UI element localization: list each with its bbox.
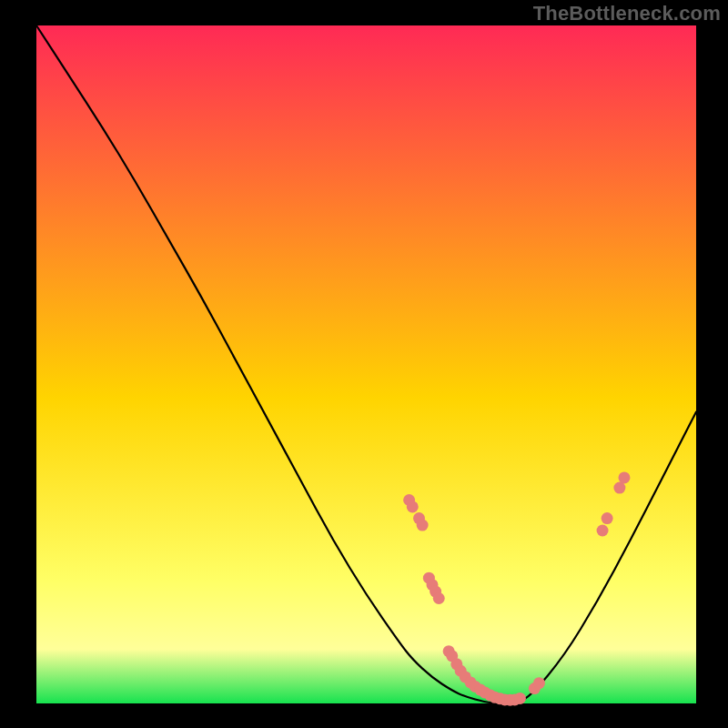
chart-svg: [0, 0, 728, 728]
chart-stage: TheBottleneck.com: [0, 0, 728, 728]
curve-marker: [417, 520, 429, 531]
curve-marker: [533, 677, 545, 689]
curve-marker: [602, 512, 613, 524]
curve-marker: [433, 592, 445, 604]
curve-marker: [613, 482, 625, 494]
curve-marker: [514, 693, 526, 704]
watermark-text: TheBottleneck.com: [533, 2, 721, 25]
curve-marker: [618, 471, 630, 483]
curve-marker: [407, 500, 419, 512]
curve-marker: [597, 525, 609, 537]
